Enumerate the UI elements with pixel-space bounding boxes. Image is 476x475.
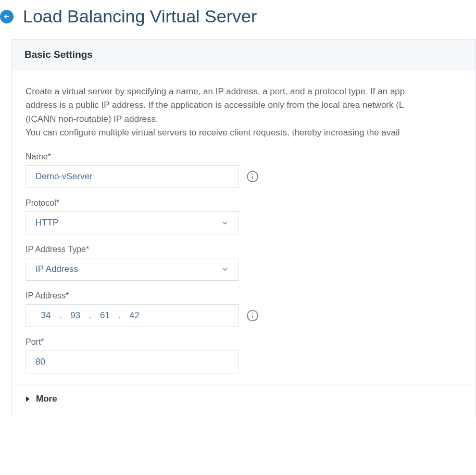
basic-settings-panel: Basic Settings Create a virtual server b… bbox=[11, 39, 476, 418]
info-icon[interactable] bbox=[246, 170, 259, 183]
caret-right-icon bbox=[26, 396, 31, 402]
port-input-wrapper bbox=[26, 351, 239, 373]
ip-dot: . bbox=[56, 310, 65, 321]
ip-dot: . bbox=[86, 310, 95, 321]
name-label: Name* bbox=[26, 152, 462, 161]
protocol-value: HTTP bbox=[35, 218, 58, 228]
ip-type-value: IP Address bbox=[35, 264, 78, 274]
more-toggle[interactable]: More bbox=[12, 384, 475, 414]
port-label: Port* bbox=[26, 338, 462, 347]
ip-octet-4[interactable] bbox=[124, 310, 145, 321]
arrow-left-icon bbox=[3, 13, 10, 20]
ip-address-field: IP Address* . . . bbox=[26, 291, 462, 327]
page-title: Load Balancing Virtual Server bbox=[23, 6, 257, 27]
protocol-select[interactable]: HTTP bbox=[26, 211, 239, 234]
name-input-wrapper bbox=[26, 165, 239, 188]
panel-description: Create a virtual server by specifying a … bbox=[26, 85, 462, 140]
name-field: Name* bbox=[26, 152, 462, 188]
port-input[interactable] bbox=[35, 351, 229, 373]
svg-point-3 bbox=[252, 174, 253, 175]
ip-type-field: IP Address Type* IP Address bbox=[26, 245, 462, 281]
name-input[interactable] bbox=[35, 166, 229, 188]
info-icon[interactable] bbox=[246, 309, 259, 322]
desc-line-1: Create a virtual server by specifying a … bbox=[26, 86, 405, 96]
ip-octet-3[interactable] bbox=[94, 310, 115, 321]
more-label: More bbox=[36, 394, 57, 404]
ip-address-input[interactable]: . . . bbox=[26, 304, 239, 327]
chevron-down-icon bbox=[221, 265, 229, 273]
svg-point-6 bbox=[252, 313, 253, 314]
panel-title: Basic Settings bbox=[24, 49, 463, 60]
ip-octet-1[interactable] bbox=[35, 310, 56, 321]
ip-type-select[interactable]: IP Address bbox=[26, 258, 239, 281]
ip-octet-2[interactable] bbox=[65, 310, 86, 321]
desc-line-4: You can configure multiple virtual serve… bbox=[26, 128, 399, 138]
protocol-field: Protocol* HTTP bbox=[26, 198, 462, 234]
svg-marker-7 bbox=[26, 396, 30, 402]
desc-line-2: address is a public IP address. If the a… bbox=[26, 100, 404, 110]
ip-type-label: IP Address Type* bbox=[26, 245, 462, 254]
chevron-down-icon bbox=[221, 219, 229, 227]
ip-address-label: IP Address* bbox=[26, 291, 462, 301]
port-field: Port* bbox=[26, 338, 462, 373]
panel-header: Basic Settings bbox=[12, 40, 475, 70]
back-button[interactable] bbox=[0, 10, 14, 23]
ip-dot: . bbox=[115, 310, 124, 321]
protocol-label: Protocol* bbox=[26, 198, 462, 208]
desc-line-3: (ICANN non-routable) IP address. bbox=[26, 114, 158, 124]
